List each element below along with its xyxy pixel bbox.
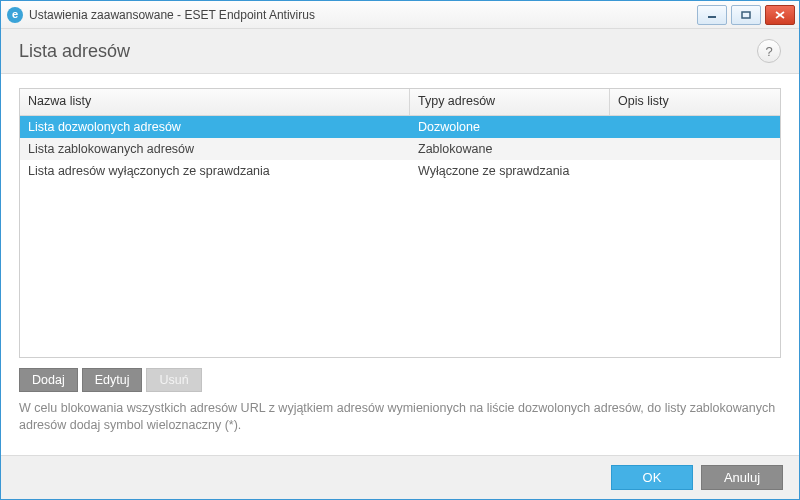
- window-title: Ustawienia zaawansowane - ESET Endpoint …: [29, 8, 315, 22]
- delete-button: Usuń: [146, 368, 201, 392]
- cancel-button[interactable]: Anuluj: [701, 465, 783, 490]
- minimize-button[interactable]: [697, 5, 727, 25]
- column-header-desc[interactable]: Opis listy: [610, 89, 780, 115]
- table-header: Nazwa listy Typy adresów Opis listy: [20, 89, 780, 116]
- svg-rect-1: [742, 12, 750, 18]
- maximize-button[interactable]: [731, 5, 761, 25]
- edit-button[interactable]: Edytuj: [82, 368, 143, 392]
- cell-name: Lista dozwolonych adresów: [20, 120, 410, 134]
- content-area: Nazwa listy Typy adresów Opis listy List…: [1, 74, 799, 455]
- window-controls: [697, 5, 795, 25]
- cell-type: Wyłączone ze sprawdzania: [410, 164, 610, 178]
- table-body: Lista dozwolonych adresówDozwoloneLista …: [20, 116, 780, 182]
- page-title: Lista adresów: [19, 41, 130, 62]
- table-row[interactable]: Lista zablokowanych adresówZablokowane: [20, 138, 780, 160]
- table-row[interactable]: Lista dozwolonych adresówDozwolone: [20, 116, 780, 138]
- dialog-footer: OK Anuluj: [1, 455, 799, 499]
- column-header-type[interactable]: Typy adresów: [410, 89, 610, 115]
- dialog-header: Lista adresów ?: [1, 29, 799, 74]
- window: e Ustawienia zaawansowane - ESET Endpoin…: [0, 0, 800, 500]
- help-button[interactable]: ?: [757, 39, 781, 63]
- cell-type: Dozwolone: [410, 120, 610, 134]
- ok-button[interactable]: OK: [611, 465, 693, 490]
- action-button-row: Dodaj Edytuj Usuń: [19, 368, 781, 392]
- cell-name: Lista zablokowanych adresów: [20, 142, 410, 156]
- app-icon-letter: e: [12, 9, 18, 20]
- table-row[interactable]: Lista adresów wyłączonych ze sprawdzania…: [20, 160, 780, 182]
- hint-text: W celu blokowania wszystkich adresów URL…: [19, 400, 781, 434]
- cell-name: Lista adresów wyłączonych ze sprawdzania: [20, 164, 410, 178]
- titlebar: e Ustawienia zaawansowane - ESET Endpoin…: [1, 1, 799, 29]
- column-header-name[interactable]: Nazwa listy: [20, 89, 410, 115]
- address-list-table: Nazwa listy Typy adresów Opis listy List…: [19, 88, 781, 358]
- close-button[interactable]: [765, 5, 795, 25]
- minimize-icon: [707, 11, 717, 19]
- app-icon: e: [7, 7, 23, 23]
- close-icon: [775, 11, 785, 19]
- cell-type: Zablokowane: [410, 142, 610, 156]
- add-button[interactable]: Dodaj: [19, 368, 78, 392]
- maximize-icon: [741, 11, 751, 19]
